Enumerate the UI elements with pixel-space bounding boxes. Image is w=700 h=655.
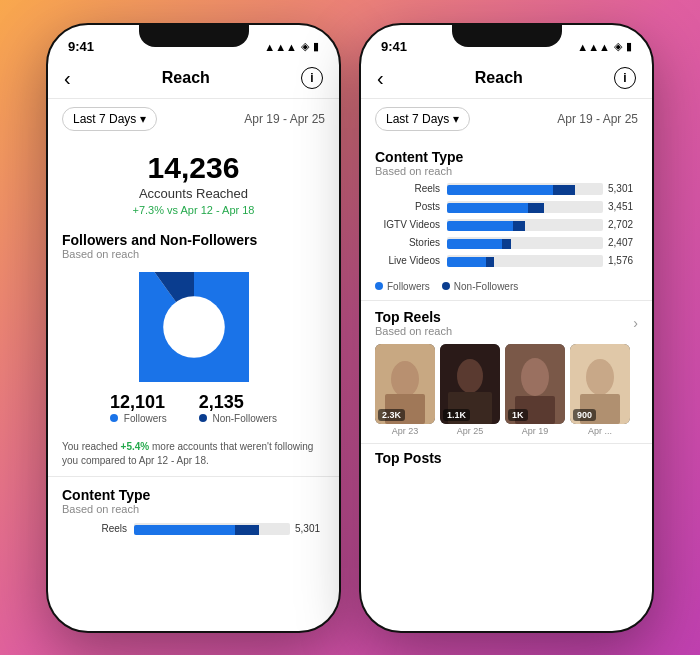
legend-label-followers: Followers (387, 281, 430, 292)
top-reels-title: Top Reels (375, 309, 452, 325)
wifi-icon-right: ◈ (614, 40, 622, 53)
reel-date-4: Apr ... (570, 426, 630, 436)
status-icons: ▲▲▲ ◈ ▮ (264, 40, 319, 53)
reel-thumb-3: 1K (505, 344, 565, 424)
reel-item-3[interactable]: 1K Apr 19 (505, 344, 565, 436)
legend-nonfollowers: Non-Followers (442, 281, 518, 292)
content-type-title: Content Type (62, 487, 325, 503)
reel-item-4[interactable]: 900 Apr ... (570, 344, 630, 436)
reels-bar-row: Reels 5,301 (48, 517, 339, 535)
content-type-subtitle-right: Based on reach (375, 165, 638, 177)
nonfollowers-label: Non-Followers (199, 413, 277, 424)
reels-value: 5,301 (295, 523, 325, 534)
legend-dot-followers (375, 282, 383, 290)
bar-fill-followers-live (447, 257, 486, 267)
svg-point-11 (521, 358, 549, 396)
bar-row-reels: Reels 5,301 (375, 183, 638, 195)
page-title: Reach (162, 69, 210, 87)
reels-nonfollowers-fill (235, 525, 258, 535)
bar-row-igtv: IGTV Videos 2,702 (375, 219, 638, 231)
content-type-header-right: Content Type Based on reach (361, 139, 652, 179)
phone-content-right: Content Type Based on reach Reels 5,301 … (361, 139, 652, 633)
status-time: 9:41 (68, 39, 94, 54)
info-button[interactable]: i (301, 67, 323, 89)
bar-label-posts: Posts (375, 201, 447, 212)
bar-value-posts: 3,451 (608, 201, 638, 212)
chart-legend: Followers Non-Followers (361, 277, 652, 300)
battery-icon-right: ▮ (626, 40, 632, 53)
bar-track-live (447, 255, 603, 267)
nav-bar-right: ‹ Reach i (361, 63, 652, 99)
svg-point-3 (163, 296, 225, 358)
content-type-title-right: Content Type (375, 149, 638, 165)
chevron-down-icon-right: ▾ (453, 112, 459, 126)
pie-chart-area: 12,101 Followers 2,135 Non-Followers (48, 262, 339, 434)
bar-fill-nonfollowers-posts (528, 203, 544, 213)
reels-bar-track (134, 523, 290, 535)
reach-number: 14,236 (64, 151, 323, 184)
period-label-right: Last 7 Days (386, 112, 449, 126)
svg-point-5 (391, 361, 419, 397)
bar-fill-followers-reels (447, 185, 553, 195)
reel-item-1[interactable]: 2.3K Apr 23 (375, 344, 435, 436)
followers-dot (110, 414, 118, 422)
reel-count-1: 2.3K (378, 409, 405, 421)
nav-bar: ‹ Reach i (48, 63, 339, 99)
top-reels-chevron[interactable]: › (633, 315, 638, 331)
bar-row-posts: Posts 3,451 (375, 201, 638, 213)
signal-icon: ▲▲▲ (264, 41, 297, 53)
back-button[interactable]: ‹ (64, 67, 71, 90)
reel-thumb-4: 900 (570, 344, 630, 424)
followers-count: 12,101 (110, 392, 167, 413)
followers-stat: 12,101 Followers (110, 392, 167, 424)
bar-track-posts (447, 201, 603, 213)
bar-label-stories: Stories (375, 237, 447, 248)
phone-content: 14,236 Accounts Reached +7.3% vs Apr 12 … (48, 139, 339, 633)
bar-label-live: Live Videos (375, 255, 447, 266)
reels-followers-fill (134, 525, 235, 535)
svg-point-8 (457, 359, 483, 393)
reels-thumbnails: 2.3K Apr 23 1.1K Apr 25 (361, 339, 652, 441)
reel-thumb-1: 2.3K (375, 344, 435, 424)
followers-title: Followers and Non-Followers (62, 232, 325, 248)
top-reels-subtitle: Based on reach (375, 325, 452, 337)
left-phone: 9:41 ▲▲▲ ◈ ▮ ‹ Reach i Last 7 Days ▾ Apr… (46, 23, 341, 633)
filter-bar-right: Last 7 Days ▾ Apr 19 - Apr 25 (361, 99, 652, 139)
bar-fill-nonfollowers-stories (502, 239, 511, 249)
content-type-subtitle: Based on reach (62, 503, 325, 515)
reach-stats: 14,236 Accounts Reached +7.3% vs Apr 12 … (48, 139, 339, 222)
bar-row-live: Live Videos 1,576 (375, 255, 638, 267)
pie-chart (139, 272, 249, 382)
nonfollowers-count: 2,135 (199, 392, 277, 413)
reel-count-3: 1K (508, 409, 528, 421)
info-button-right[interactable]: i (614, 67, 636, 89)
followers-subtitle: Based on reach (62, 248, 325, 260)
bar-fill-nonfollowers-live (486, 257, 494, 267)
period-dropdown-right[interactable]: Last 7 Days ▾ (375, 107, 470, 131)
reel-date-1: Apr 23 (375, 426, 435, 436)
wifi-icon: ◈ (301, 40, 309, 53)
bar-value-live: 1,576 (608, 255, 638, 266)
date-range-right: Apr 19 - Apr 25 (557, 112, 638, 126)
period-dropdown[interactable]: Last 7 Days ▾ (62, 107, 157, 131)
reach-change-pct: +5.4% (121, 441, 150, 452)
back-button-right[interactable]: ‹ (377, 67, 384, 90)
followers-stats: 12,101 Followers 2,135 Non-Followers (48, 392, 339, 424)
bar-fill-nonfollowers-igtv (513, 221, 525, 231)
reel-item-2[interactable]: 1.1K Apr 25 (440, 344, 500, 436)
reach-label: Accounts Reached (64, 186, 323, 201)
right-phone: 9:41 ▲▲▲ ◈ ▮ ‹ Reach i Last 7 Days ▾ Apr… (359, 23, 654, 633)
chevron-down-icon: ▾ (140, 112, 146, 126)
bar-fill-followers-igtv (447, 221, 513, 231)
notch (139, 25, 249, 47)
followers-label: Followers (110, 413, 167, 424)
page-title-right: Reach (475, 69, 523, 87)
battery-icon: ▮ (313, 40, 319, 53)
legend-followers: Followers (375, 281, 430, 292)
followers-section-header: Followers and Non-Followers Based on rea… (48, 222, 339, 262)
bar-fill-nonfollowers-reels (553, 185, 575, 195)
reach-note: You reached +5.4% more accounts that wer… (48, 434, 339, 476)
bar-label-reels: Reels (375, 183, 447, 194)
bar-value-stories: 2,407 (608, 237, 638, 248)
reel-count-4: 900 (573, 409, 596, 421)
